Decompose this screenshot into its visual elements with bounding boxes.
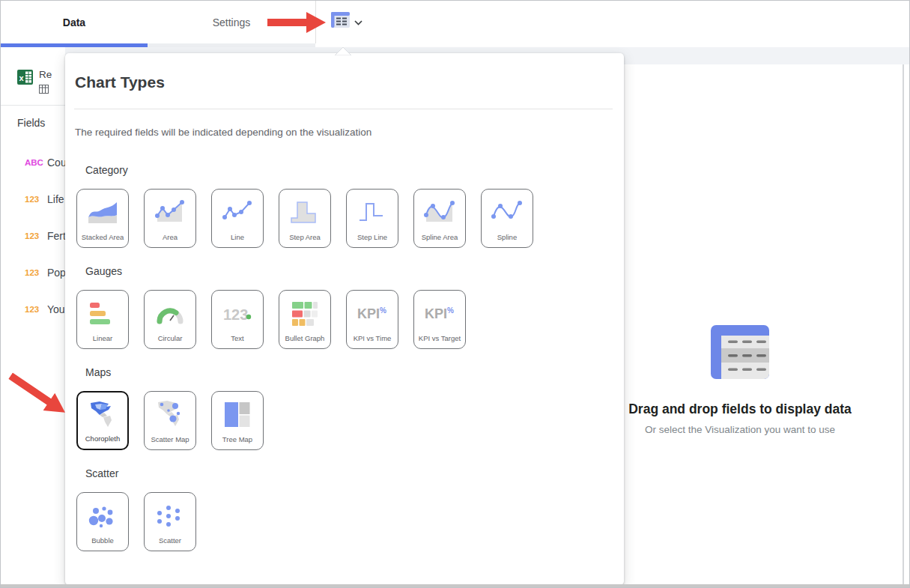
chart-type-label: Step Area: [289, 233, 321, 241]
field-type-badge: 123: [25, 231, 47, 240]
chart-type-bubble[interactable]: Bubble: [76, 492, 129, 551]
chart-type-label: Bubble: [91, 536, 114, 545]
chart-type-line[interactable]: Line: [211, 189, 264, 248]
section-scatter: ScatterBubbleScatter: [76, 467, 624, 551]
field-type-badge: ABC: [25, 158, 47, 167]
field-type-badge: 123: [25, 195, 47, 204]
popup-divider: [74, 109, 613, 109]
kpi-vs-target-icon: KPI%: [422, 297, 457, 330]
chart-type-bullet-graph[interactable]: Bullet Graph: [279, 290, 331, 349]
sidebar-divider: [1, 105, 65, 106]
chart-type-linear[interactable]: Linear: [76, 290, 129, 349]
datasource-row[interactable]: x Re: [17, 70, 52, 99]
section-category: CategoryStacked AreaAreaLineStep AreaSte…: [76, 164, 624, 248]
chart-types-popup: Chart Types The required fields will be …: [65, 53, 624, 585]
section-maps: MapsChoroplethScatter MapTree Map: [76, 366, 624, 450]
placeholder-subtitle: Or select the Visualization you want to …: [583, 424, 897, 435]
chart-type-label: KPI vs Target: [419, 334, 461, 342]
chart-type-label: Circular: [158, 334, 183, 342]
chart-type-spline-area[interactable]: Spline Area: [413, 189, 466, 248]
table-grid-icon: [39, 83, 52, 97]
table-placeholder-icon: [711, 369, 769, 381]
chart-type-label: Scatter: [159, 536, 181, 545]
table-chart-icon: [331, 12, 350, 31]
tab-bar: Data Settings: [1, 1, 909, 43]
step-area-icon: [288, 196, 322, 228]
chart-type-scatter[interactable]: Scatter: [144, 492, 196, 551]
chart-type-label: Stacked Area: [82, 233, 124, 241]
spline-icon: [490, 196, 524, 228]
section-title-gauges: Gauges: [85, 265, 624, 277]
vertical-scrollbar[interactable]: [903, 64, 904, 584]
chart-type-label: KPI vs Time: [354, 334, 392, 342]
horizontal-scrollbar[interactable]: [1, 584, 910, 588]
stacked-area-icon: [85, 196, 120, 228]
svg-text:123: 123: [223, 306, 248, 323]
text-icon: 123: [220, 297, 255, 330]
fields-title: Fields: [17, 117, 45, 129]
section-title-maps: Maps: [85, 366, 624, 378]
field-item-life[interactable]: 123Life: [25, 193, 64, 205]
line-icon: [220, 196, 255, 228]
chart-type-label: Step Line: [357, 233, 387, 241]
chart-type-dropdown[interactable]: [331, 12, 363, 31]
section-gauges: GaugesLinearCircular123TextBullet GraphK…: [76, 265, 624, 349]
field-item-pop[interactable]: 123Pop: [25, 267, 66, 279]
chart-type-step-area[interactable]: Step Area: [279, 189, 331, 248]
chart-type-label: Spline: [497, 233, 517, 241]
excel-icon: x: [17, 70, 33, 99]
field-item-cou[interactable]: ABCCou: [25, 157, 67, 169]
field-label: Cou: [47, 157, 67, 169]
field-label: Life: [47, 193, 64, 205]
app-window: Data Settings x Re Fields ABCCou123Life1…: [0, 0, 910, 588]
chart-type-choropleth[interactable]: Choropleth: [76, 391, 129, 450]
chart-type-kpi-vs-target[interactable]: KPI%KPI vs Target: [413, 290, 466, 349]
area-icon: [153, 196, 187, 228]
chart-type-kpi-vs-time[interactable]: KPI%KPI vs Time: [346, 290, 398, 349]
chart-type-label: Text: [231, 334, 243, 342]
step-line-icon: [355, 196, 389, 228]
chart-type-step-line[interactable]: Step Line: [346, 189, 398, 248]
chart-type-scatter-map[interactable]: Scatter Map: [144, 391, 196, 450]
field-label: Pop: [47, 267, 66, 279]
field-label: Fert: [47, 230, 66, 242]
svg-text:KPI: KPI: [357, 306, 380, 321]
card-row: BubbleScatter: [76, 492, 624, 551]
field-type-badge: 123: [25, 268, 47, 277]
scatter-icon: [153, 499, 187, 532]
chart-type-label: Area: [163, 233, 178, 241]
tab-data[interactable]: Data: [1, 1, 148, 43]
chart-type-sections: CategoryStacked AreaAreaLineStep AreaSte…: [76, 164, 624, 551]
card-row: Stacked AreaAreaLineStep AreaStep LineSp…: [76, 189, 624, 248]
field-item-you[interactable]: 123You: [25, 303, 65, 315]
svg-text:x: x: [19, 73, 25, 82]
svg-text:%: %: [447, 306, 454, 315]
card-row: ChoroplethScatter MapTree Map: [76, 391, 624, 450]
field-item-fert[interactable]: 123Fert: [25, 230, 66, 242]
annotation-arrow-dropdown: [267, 12, 326, 36]
chevron-down-icon: [354, 15, 363, 28]
spline-area-icon: [422, 196, 457, 228]
chart-type-circular[interactable]: Circular: [144, 290, 196, 349]
chart-type-label: Linear: [93, 334, 112, 342]
chart-type-tree-map[interactable]: Tree Map: [211, 391, 264, 450]
chart-type-spline[interactable]: Spline: [481, 189, 533, 248]
canvas-placeholder: Drag and drop fields to display data Or …: [583, 325, 897, 435]
field-type-badge: 123: [25, 305, 47, 314]
datasource-name: Re: [39, 69, 52, 80]
field-label: You: [47, 303, 65, 315]
linear-icon: [85, 297, 120, 330]
chart-type-label: Scatter Map: [151, 435, 189, 443]
chart-type-text[interactable]: 123Text: [211, 290, 264, 349]
placeholder-title: Drag and drop fields to display data: [583, 401, 897, 417]
popup-title: Chart Types: [75, 73, 624, 91]
chart-type-label: Bullet Graph: [285, 334, 325, 342]
chart-type-stacked-area[interactable]: Stacked Area: [76, 189, 129, 248]
popup-subtitle: The required fields will be indicated de…: [75, 127, 624, 138]
svg-text:KPI: KPI: [425, 306, 447, 321]
chart-type-label: Line: [231, 233, 244, 241]
svg-text:%: %: [380, 306, 386, 315]
chart-type-area[interactable]: Area: [144, 189, 196, 248]
active-tab-indicator: [1, 43, 148, 47]
chart-type-label: Choropleth: [85, 434, 120, 443]
